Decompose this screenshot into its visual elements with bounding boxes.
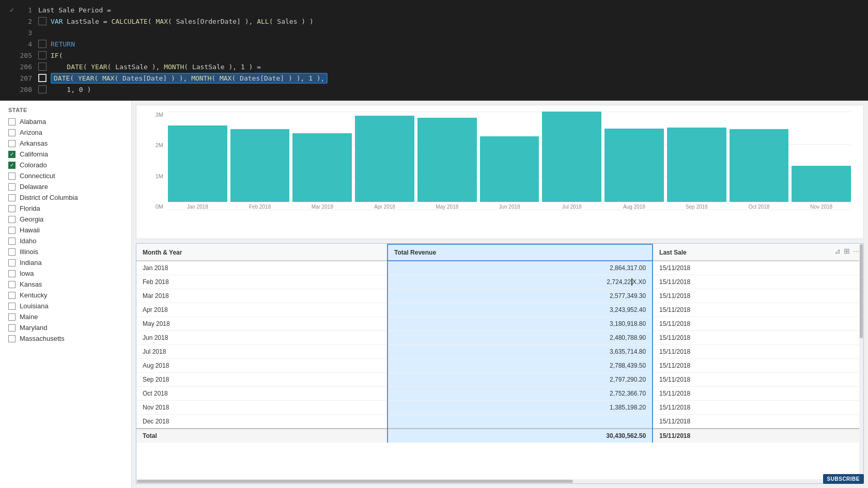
cell-revenue: 2,788,439.50 — [388, 359, 653, 373]
state-item[interactable]: California — [0, 149, 131, 160]
state-item[interactable]: Idaho — [0, 235, 131, 246]
code-line-208: 208 1, 0 ) — [4, 84, 868, 95]
table-row: Nov 20181,385,198.2015/11/2018 — [136, 401, 863, 415]
more-icon[interactable]: ··· — [853, 247, 859, 255]
line-checkbox[interactable] — [38, 40, 47, 48]
state-item[interactable]: Kansas — [0, 279, 131, 290]
table-row: Feb 20182,724,22X.X015/11/2018 — [136, 275, 863, 289]
state-label: Connecticut — [20, 172, 55, 180]
state-checkbox[interactable] — [8, 118, 16, 125]
code-line-3: 3 — [4, 27, 868, 38]
state-label: Illinois — [20, 248, 38, 256]
state-item[interactable]: Iowa — [0, 268, 131, 279]
chart-bar-column: Oct 2018 — [730, 112, 789, 210]
state-label: Georgia — [20, 215, 43, 223]
cell-month: Jan 2018 — [136, 261, 388, 275]
line-checkbox[interactable] — [38, 62, 47, 71]
state-checkbox[interactable] — [8, 270, 16, 277]
state-item[interactable]: Louisiana — [0, 301, 131, 311]
state-label: Alabama — [20, 118, 46, 125]
bar-x-label: Apr 2018 — [374, 204, 395, 210]
state-item[interactable]: Maryland — [0, 322, 131, 333]
state-checkbox[interactable] — [8, 194, 16, 201]
state-item[interactable]: Alabama — [0, 116, 131, 127]
state-item[interactable]: Massachusetts — [0, 333, 131, 344]
bar — [230, 129, 290, 202]
state-checkbox[interactable] — [8, 281, 16, 288]
state-checkbox[interactable] — [8, 303, 16, 310]
state-checkbox[interactable] — [8, 313, 16, 321]
line-checkbox[interactable] — [38, 51, 47, 59]
cell-month: May 2018 — [136, 317, 388, 331]
bar-x-label: Nov 2018 — [810, 204, 832, 210]
state-checkbox[interactable] — [8, 151, 16, 158]
line-number: 206 — [18, 63, 32, 71]
state-label: Maryland — [20, 324, 47, 332]
cell-revenue: 2,577,349.30 — [388, 289, 653, 303]
state-item[interactable]: Kentucky — [0, 290, 131, 301]
line-number: 205 — [18, 52, 32, 59]
state-item[interactable]: Florida — [0, 203, 131, 214]
table-row: Dec 201815/11/2018 — [136, 415, 863, 429]
chart-bars: Jan 2018Feb 2018Mar 2018Apr 2018May 2018… — [168, 112, 851, 210]
state-item[interactable]: Maine — [0, 311, 131, 322]
state-item[interactable]: Illinois — [0, 246, 131, 257]
cell-month: Feb 2018 — [136, 275, 388, 289]
state-label: Massachusetts — [20, 335, 65, 342]
sidebar-title: state — [0, 107, 131, 116]
state-item[interactable]: Connecticut — [0, 170, 131, 181]
vertical-scrollbar[interactable] — [859, 244, 863, 479]
state-checkbox[interactable] — [8, 140, 16, 147]
expand-icon[interactable]: ⊞ — [844, 247, 850, 255]
chart-bar-column: Jan 2018 — [168, 112, 227, 210]
state-checkbox[interactable] — [8, 248, 16, 256]
state-item[interactable]: Arkansas — [0, 138, 131, 149]
state-item[interactable]: Arizona — [0, 127, 131, 138]
line-checkbox-filled[interactable] — [38, 74, 47, 82]
state-item[interactable]: Hawaii — [0, 225, 131, 235]
line-number: 207 — [18, 74, 32, 82]
bar — [355, 116, 414, 202]
cell-lastsale: 15/11/2018 — [653, 275, 863, 289]
total-revenue: 30,430,562.50 — [388, 429, 653, 443]
state-item[interactable]: Delaware — [0, 181, 131, 192]
state-checkbox[interactable] — [8, 335, 16, 342]
cell-lastsale: 15/11/2018 — [653, 317, 863, 331]
state-checkbox[interactable] — [8, 216, 16, 223]
state-checkbox[interactable] — [8, 172, 16, 180]
table-row: Jan 20182,864,317.0015/11/2018 — [136, 261, 863, 275]
horizontal-scrollbar[interactable] — [136, 479, 863, 483]
state-label: Indiana — [20, 259, 42, 266]
chart-bar-column: Apr 2018 — [355, 112, 414, 210]
filter-icon[interactable]: ⊿ — [834, 247, 841, 255]
state-checkbox[interactable] — [8, 205, 16, 212]
line-checkbox[interactable] — [38, 17, 47, 25]
state-checkbox[interactable] — [8, 259, 16, 266]
state-item[interactable]: District of Columbia — [0, 192, 131, 203]
state-checkbox[interactable] — [8, 292, 16, 299]
code-highlighted-line: DATE( YEAR( MAX( Dates[Date] ) ), MONTH(… — [51, 73, 328, 84]
code-line-205: 205 IF( — [4, 50, 868, 61]
cell-lastsale: 15/11/2018 — [653, 401, 863, 415]
table-toolbar: ⊿ ⊞ ··· — [834, 247, 859, 255]
state-checkbox[interactable] — [8, 129, 16, 136]
scrollbar-thumb — [137, 480, 573, 483]
main-area: state AlabamaArizonaArkansasCaliforniaCo… — [0, 101, 868, 488]
bar-x-label: May 2018 — [436, 204, 458, 210]
state-label: Iowa — [20, 270, 34, 277]
state-label: Hawaii — [20, 226, 40, 234]
state-checkbox[interactable] — [8, 238, 16, 245]
line-checkbox[interactable] — [38, 85, 47, 93]
state-checkbox[interactable] — [8, 324, 16, 332]
state-item[interactable]: Indiana — [0, 257, 131, 268]
chart-bar-column: Mar 2018 — [292, 112, 352, 210]
state-label: Maine — [20, 313, 38, 321]
table-row: May 20183,180,918.8015/11/2018 — [136, 317, 863, 331]
bar — [417, 118, 477, 202]
state-item[interactable]: Colorado — [0, 160, 131, 170]
state-checkbox[interactable] — [8, 183, 16, 191]
state-checkbox[interactable] — [8, 162, 16, 169]
state-checkbox[interactable] — [8, 227, 16, 234]
state-item[interactable]: Georgia — [0, 214, 131, 225]
cell-month: Oct 2018 — [136, 387, 388, 401]
